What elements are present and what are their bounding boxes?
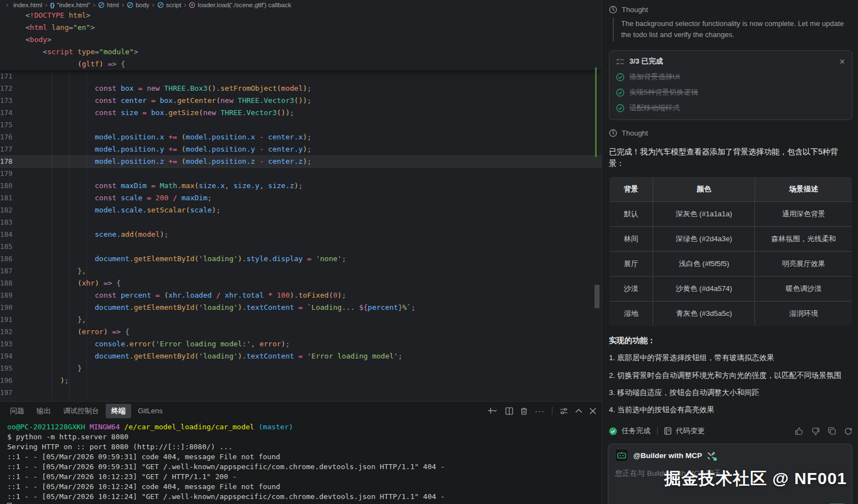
breadcrumb-chevron-icon: › [6, 1, 8, 9]
table-row: 湿地青灰色 (#3d5a5c)湿润环境 [609, 302, 852, 326]
code-line: 180 const maxDim = Math.max(size.x, size… [0, 180, 602, 192]
terminal-line: $ python -m http.server 8080 [7, 432, 602, 442]
table-cell: 湿地 [609, 302, 653, 326]
task-complete-label: 任务完成 [622, 426, 650, 436]
panel-tab-bar: 问题输出调试控制台终端GitLens ··· [0, 402, 602, 420]
todo-close-icon[interactable]: ✕ [839, 58, 845, 66]
todo-item-label: 实现5种背景切换逻辑 [629, 87, 698, 97]
app-window: ›index.html›{}"index.html"›html›body›scr… [0, 0, 858, 504]
breadcrumb-item[interactable]: script [157, 2, 181, 8]
terminal-line: ::1 - - [05/Mar/2026 10:12:24] code 404,… [7, 482, 602, 492]
code-line: 189 const percent = (xhr.loaded / xhr.to… [0, 289, 602, 302]
bottom-panel: 问题输出调试控制台终端GitLens ··· [0, 401, 602, 504]
line-number: 186 [0, 253, 21, 265]
breadcrumb-label: index.html [13, 2, 42, 8]
line-number: 184 [0, 228, 21, 241]
code-line: 186 document.getElementById('loading').s… [0, 253, 602, 265]
terminal-cursor-line [7, 502, 602, 504]
code-line: 172 const box = new THREE.Box3().setFrom… [0, 82, 602, 95]
task-complete-icon [609, 427, 617, 435]
todo-card: 3/3 已完成 ✕ 添加背景选择UI实现5种背景切换逻辑适配移动端样式 [609, 50, 852, 120]
table-header: 场景描述 [755, 177, 852, 202]
breadcrumb-item[interactable]: {}"index.html" [50, 2, 90, 8]
sticky-line: <html lang="en"> [0, 22, 602, 34]
line-number: 183 [0, 216, 21, 228]
todo-item-label: 适配移动端样式 [629, 103, 680, 113]
table-row: 林间深绿色 (#2d4a3e)森林氛围，光线柔和 [609, 227, 852, 252]
panel-tab-输出[interactable]: 输出 [31, 404, 56, 418]
event-icon [189, 2, 195, 8]
new-terminal-button[interactable] [487, 407, 498, 415]
table-header: 颜色 [653, 177, 755, 202]
terminal-line: ::1 - - [05/Mar/2026 10:12:24] "GET /.we… [7, 492, 602, 502]
thought-label: Thought [622, 6, 648, 14]
builder-avatar [615, 449, 628, 462]
sticky-scroll: <!DOCTYPE html><html lang="en"><body> <s… [0, 9, 602, 70]
split-terminal-button[interactable] [505, 407, 513, 415]
more-actions-icon[interactable]: ··· [535, 406, 545, 415]
completion-summary: 已完成！我为汽车模型查看器添加了背景选择功能，包含以下5种背景： [609, 146, 852, 169]
thumbs-down-icon[interactable] [812, 427, 820, 435]
regenerate-icon[interactable] [844, 427, 852, 435]
features-title: 实现的功能： [609, 336, 852, 346]
code-line: 181 const scale = 200 / maxDim; [0, 192, 602, 204]
sticky-line: <body> [0, 34, 602, 46]
table-cell: 湿润环境 [755, 302, 852, 326]
breadcrumb-item[interactable]: html [98, 2, 119, 8]
table-row: 沙漠沙黄色 (#d4a574)暖色调沙漠 [609, 277, 852, 302]
line-number: 178 [0, 155, 21, 168]
code-editor[interactable]: <!DOCTYPE html><html lang="en"><body> <s… [0, 9, 602, 401]
line-number: 187 [0, 265, 21, 277]
panel-tab-终端[interactable]: 终端 [106, 404, 131, 418]
line-number: 180 [0, 180, 21, 192]
tools-online-dot [714, 458, 717, 461]
feature-item: 1. 底部居中的背景选择按钮组，带有玻璃拟态效果 [609, 353, 852, 363]
line-number: 182 [0, 204, 21, 216]
assistant-panel: Thought The background selector function… [602, 0, 858, 504]
tools-icon[interactable] [707, 451, 715, 460]
line-number: 189 [0, 289, 21, 302]
watermark: 掘金技术社区 @ NF001 [664, 467, 847, 490]
tag-icon [157, 2, 164, 8]
breadcrumb-item[interactable]: ›index.html [3, 1, 42, 9]
panel-tab-GitLens[interactable]: GitLens [132, 404, 168, 417]
code-line: 193 console.error('Error loading model:'… [0, 338, 602, 350]
tag-icon [98, 2, 105, 8]
close-panel-icon[interactable] [590, 408, 596, 414]
thought-header: Thought [609, 6, 852, 14]
line-number: 192 [0, 326, 21, 338]
maximize-panel-icon[interactable] [575, 408, 582, 413]
code-line: 182 model.scale.setScalar(scale); [0, 204, 602, 216]
breadcrumb-item[interactable]: body [127, 2, 149, 8]
response-footer: 任务完成 代码变更 [609, 426, 852, 436]
terminal-output[interactable]: oo@PC-20211228GXKH MINGW64 /e/car_model_… [0, 420, 602, 504]
line-number: 191 [0, 314, 21, 326]
code-line: 176 model.position.x += (model.position.… [0, 131, 602, 143]
breadcrumb-separator: › [122, 1, 124, 9]
table-row: 默认深灰色 (#1a1a1a)通用深色背景 [609, 202, 852, 227]
editor-scrollbar[interactable] [595, 285, 599, 308]
check-circle-icon [616, 89, 624, 97]
breadcrumb-item[interactable]: loader.load('./scene.gltf') callback [189, 2, 291, 8]
table-cell: 深绿色 (#2d4a3e) [653, 227, 755, 252]
code-line: 184 scene.add(model); [0, 228, 602, 241]
code-changes-label: 代码变更 [676, 426, 705, 436]
code-line: 187 }, [0, 265, 602, 277]
code-line: 195 } [0, 362, 602, 375]
kill-terminal-button[interactable] [520, 407, 528, 415]
terminal-line: Serving HTTP on :: port 8080 (http://[::… [7, 442, 602, 452]
code-changes-button[interactable]: 代码变更 [664, 426, 705, 436]
panel-tab-问题[interactable]: 问题 [4, 404, 30, 418]
breadcrumb[interactable]: ›index.html›{}"index.html"›html›body›scr… [0, 0, 602, 9]
line-number: 193 [0, 338, 21, 350]
breadcrumb-label: loader.load('./scene.gltf') callback [198, 2, 291, 8]
code-line: 174 const size = box.getSize(new THREE.V… [0, 107, 602, 119]
copy-icon[interactable] [828, 427, 836, 435]
code-line: 185 [0, 241, 602, 253]
overview-ruler-change-mark [595, 148, 597, 155]
terminal-settings-icon[interactable] [560, 407, 568, 415]
thumbs-up-icon[interactable] [795, 427, 803, 435]
panel-tab-调试控制台[interactable]: 调试控制台 [58, 404, 105, 418]
line-number: 196 [0, 375, 21, 387]
table-cell: 沙漠 [609, 277, 653, 302]
